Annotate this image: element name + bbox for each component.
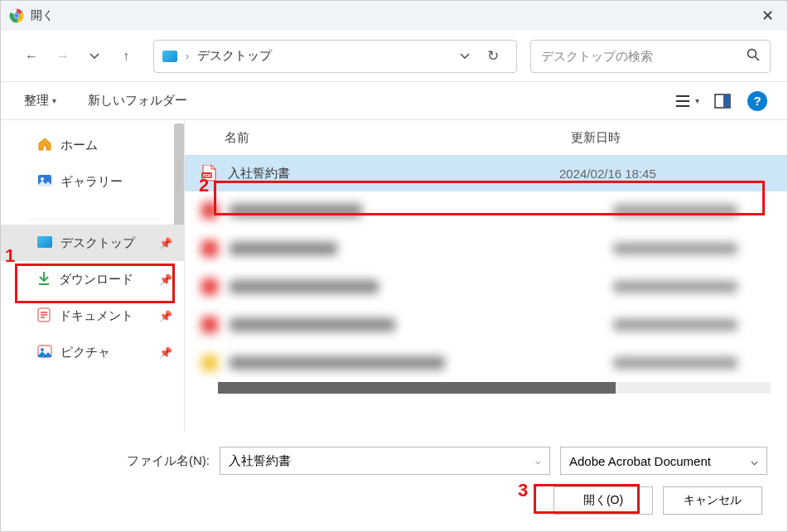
pin-icon: 📌 — [159, 346, 172, 359]
file-row-blurred — [185, 306, 787, 344]
file-name: 入社誓約書 — [228, 166, 559, 181]
forward-button[interactable]: → — [49, 42, 77, 70]
sidebar-item-downloads[interactable]: ダウンロード 📌 — [1, 261, 184, 297]
cancel-button[interactable]: キャンセル — [663, 486, 762, 515]
sidebar-item-gallery[interactable]: ギャラリー — [1, 163, 184, 200]
sidebar-item-home[interactable]: ホーム — [1, 127, 184, 163]
preview-toggle[interactable] — [709, 88, 736, 114]
svg-text:PDF: PDF — [203, 173, 213, 178]
filetype-select[interactable]: Adobe Acrobat Document ⌵ — [560, 447, 767, 475]
pin-icon: 📌 — [159, 237, 172, 249]
search-input[interactable] — [541, 49, 747, 63]
pin-icon: 📌 — [159, 310, 172, 322]
search-icon[interactable] — [747, 48, 760, 65]
filename-label: ファイル名(N): — [127, 453, 210, 469]
sidebar-item-pictures[interactable]: ピクチャ 📌 — [1, 334, 184, 370]
download-icon — [37, 271, 51, 288]
window-title: 開く — [31, 8, 757, 23]
file-row-blurred — [185, 230, 787, 268]
column-date[interactable]: 更新日時 — [571, 130, 787, 146]
pin-icon: 📌 — [159, 273, 172, 286]
new-folder-button[interactable]: 新しいフォルダー — [81, 89, 194, 112]
document-icon — [37, 307, 51, 325]
sidebar-item-documents[interactable]: ドキュメント 📌 — [1, 297, 184, 334]
file-row-blurred — [185, 268, 787, 306]
home-icon — [37, 137, 52, 154]
refresh-button[interactable]: ↻ — [478, 47, 508, 65]
svg-point-5 — [748, 49, 757, 57]
chrome-icon — [9, 8, 24, 23]
close-button[interactable]: ✕ — [757, 7, 779, 25]
svg-rect-15 — [37, 236, 52, 248]
open-button[interactable]: 開く(O) — [554, 486, 653, 515]
file-row-blurred — [185, 344, 787, 382]
file-date: 2024/02/16 18:45 — [559, 167, 656, 181]
desktop-icon — [37, 236, 52, 250]
svg-rect-11 — [723, 94, 730, 108]
pdf-icon: PDF — [201, 165, 216, 181]
chevron-right-icon: › — [186, 51, 189, 62]
svg-point-13 — [41, 177, 44, 181]
file-row[interactable]: PDF 入社誓約書 2024/02/16 18:45 — [185, 155, 787, 191]
breadcrumb[interactable]: › デスクトップ ↻ — [153, 40, 517, 73]
svg-point-19 — [41, 348, 44, 351]
view-menu[interactable]: ▾ — [674, 88, 701, 114]
horizontal-scrollbar[interactable] — [218, 382, 771, 394]
help-button[interactable]: ? — [744, 88, 771, 114]
up-button[interactable]: ↑ — [112, 42, 140, 70]
svg-point-4 — [15, 14, 19, 18]
search-box[interactable] — [530, 40, 771, 73]
desktop-icon — [162, 51, 177, 62]
chevron-down-icon[interactable] — [460, 51, 470, 62]
pictures-icon — [37, 345, 52, 360]
recent-dropdown[interactable] — [80, 42, 109, 70]
organize-menu[interactable]: 整理▾ — [17, 89, 63, 112]
sidebar-item-desktop[interactable]: デスクトップ 📌 — [1, 225, 184, 261]
back-button[interactable]: ← — [17, 42, 46, 70]
file-row-blurred — [185, 191, 787, 230]
chevron-down-icon[interactable]: ⌵ — [535, 456, 541, 467]
chevron-down-icon[interactable]: ⌵ — [751, 453, 758, 468]
file-list-header[interactable]: 名前 更新日時 — [185, 120, 787, 155]
gallery-icon — [37, 173, 52, 191]
breadcrumb-location: デスクトップ — [197, 48, 452, 64]
filename-input[interactable]: 入社誓約書 ⌵ — [220, 447, 550, 475]
column-name[interactable]: 名前 — [225, 130, 571, 146]
svg-line-6 — [756, 56, 760, 60]
